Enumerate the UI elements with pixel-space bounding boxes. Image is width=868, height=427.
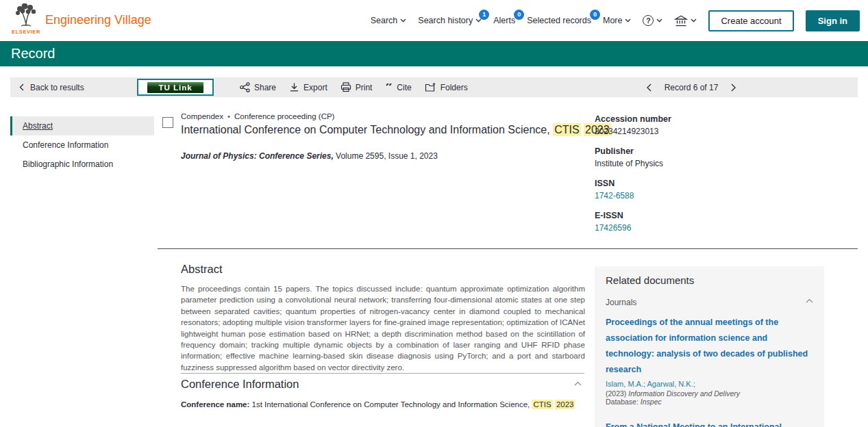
page-title: Record [11, 46, 55, 62]
tu-link-button[interactable]: TU Link [137, 79, 214, 96]
journal-name: Journal of Physics: Conference Series, [181, 151, 334, 161]
collapse-section-button[interactable] [574, 381, 582, 386]
export-button[interactable]: Export [289, 82, 327, 92]
conference-name-value: 1st International Conference on Computer… [249, 400, 532, 409]
help-menu[interactable]: ? [643, 15, 662, 26]
sidebar-item-abstract-label: Abstract [23, 121, 53, 131]
cite-label: Cite [397, 83, 411, 92]
alerts-badge: 0 [514, 10, 524, 20]
folder-plus-icon [425, 82, 436, 92]
section-divider [181, 373, 584, 374]
record-source-line: Compendex•Conference proceeding (CP) [181, 112, 334, 120]
record-toolbar: Back to results TU Link Share [10, 77, 858, 97]
publisher-label: Publisher [595, 146, 807, 157]
database-label: Database: [606, 398, 641, 406]
record-select-checkbox[interactable] [162, 117, 173, 128]
bullet-separator: • [227, 112, 230, 120]
database-name: Inspec [641, 398, 662, 406]
previous-record-button[interactable] [646, 83, 652, 92]
conference-name-label: Conference name: [181, 400, 249, 409]
related-document-link[interactable]: From a National Meeting to an Internatio… [606, 419, 813, 427]
accession-number-label: Accession number [595, 114, 807, 125]
publisher-group: Publisher Institute of Physics [595, 146, 807, 170]
cite-button[interactable]: ” Cite [385, 83, 411, 92]
nav-search-label: Search [371, 16, 398, 25]
nav-search-history[interactable]: Search history 1 [418, 16, 482, 25]
chevron-down-icon [400, 18, 406, 23]
app-name[interactable]: Engineering Village [45, 13, 151, 27]
chevron-down-icon [691, 18, 697, 23]
related-journals-group: Journals [606, 298, 813, 307]
share-button[interactable]: Share [240, 82, 276, 92]
related-document-link[interactable]: Proceedings of the annual meetings of th… [606, 315, 813, 378]
chevron-up-icon [574, 381, 582, 386]
chevron-down-icon [656, 18, 662, 23]
journal-volume-issue: Volume 2595, Issue 1, 2023 [334, 151, 438, 161]
export-label: Export [303, 83, 327, 92]
chevron-down-icon [625, 18, 631, 23]
share-icon [240, 82, 250, 92]
sidebar-item-conference-information-label: Conference Information [23, 140, 108, 150]
related-document-journal: Information Discovery and Delivery [628, 389, 740, 398]
share-label: Share [254, 83, 276, 92]
abstract-heading: Abstract [181, 263, 223, 276]
sidebar-item-abstract[interactable]: Abstract [10, 116, 154, 135]
eissn-link[interactable]: 17426596 [595, 222, 807, 234]
back-to-results-button[interactable]: Back to results [19, 77, 84, 97]
conference-name-line: Conference name: 1st International Confe… [181, 400, 592, 409]
journal-source-line: Journal of Physics: Conference Series, V… [181, 151, 438, 161]
chevron-up-icon [806, 298, 813, 303]
nav-alerts[interactable]: Alerts 0 [493, 16, 515, 25]
related-documents-panel: Related documents Journals Proceedings o… [595, 266, 824, 427]
next-record-button[interactable] [731, 83, 736, 92]
elsevier-logo[interactable]: ELSEVIER [10, 3, 42, 35]
toolbar-actions: Share Export [240, 77, 468, 97]
printer-icon [340, 82, 351, 92]
page-banner: Record [0, 41, 868, 66]
record-page: ELSEVIER Engineering Village Search Sear… [0, 0, 868, 427]
eissn-label: E-ISSN [595, 210, 807, 222]
record-title-text: International Conference on Computer Tec… [181, 124, 553, 135]
tu-link-label: TU Link [147, 82, 203, 93]
related-document-year: (2023) [606, 389, 628, 398]
nav-selected-records[interactable]: Selected records 0 [527, 16, 591, 25]
nav-more-label: More [603, 16, 622, 25]
issn-label: ISSN [595, 178, 807, 190]
nav-more[interactable]: More [603, 16, 631, 25]
related-document-source: (2023) Information Discovery and Deliver… [606, 389, 813, 398]
database-name: Compendex [181, 112, 223, 120]
nav-search-history-label: Search history [418, 16, 473, 25]
folders-button[interactable]: Folders [425, 82, 468, 92]
section-nav: Abstract Conference Information Bibliogr… [10, 116, 154, 174]
abstract-text: The proceedings contain 15 papers. The t… [181, 283, 585, 373]
chevron-left-icon [19, 83, 24, 91]
conference-information-heading: Conference Information [181, 378, 299, 391]
nav-selected-records-label: Selected records [527, 16, 591, 25]
institution-menu[interactable] [674, 15, 697, 27]
issn-group: ISSN 1742-6588 [595, 178, 807, 202]
print-button[interactable]: Print [340, 82, 373, 92]
help-icon: ? [643, 15, 654, 26]
highlight-term: CTIS [553, 123, 580, 136]
related-document-database: Database: Inspec [606, 398, 813, 406]
record-metadata: Accession number 20234214923013 Publishe… [595, 114, 807, 242]
publisher-value: Institute of Physics [595, 157, 807, 170]
related-journals-label: Journals [606, 298, 636, 307]
document-type: Conference proceeding (CP) [234, 112, 334, 120]
top-header: ELSEVIER Engineering Village Search Sear… [0, 0, 868, 41]
sidebar-item-bibliographic-information[interactable]: Bibliographic Information [10, 155, 154, 174]
nav-search[interactable]: Search [371, 16, 407, 25]
section-divider [158, 248, 858, 249]
issn-link[interactable]: 1742-6588 [595, 190, 807, 202]
sign-in-button[interactable]: Sign in [806, 10, 860, 31]
sidebar-item-conference-information[interactable]: Conference Information [10, 135, 154, 155]
record-pager-label: Record 6 of 17 [665, 83, 719, 92]
print-label: Print [356, 83, 373, 92]
related-document-authors[interactable]: Islam, M.A.; Agarwal, N.K.; [606, 380, 813, 388]
sidebar-item-bibliographic-information-label: Bibliographic Information [23, 159, 113, 169]
related-documents-heading: Related documents [606, 274, 813, 286]
institution-icon [674, 15, 688, 27]
create-account-button[interactable]: Create account [708, 10, 793, 31]
download-icon [289, 82, 299, 92]
collapse-group-button[interactable] [806, 298, 813, 303]
